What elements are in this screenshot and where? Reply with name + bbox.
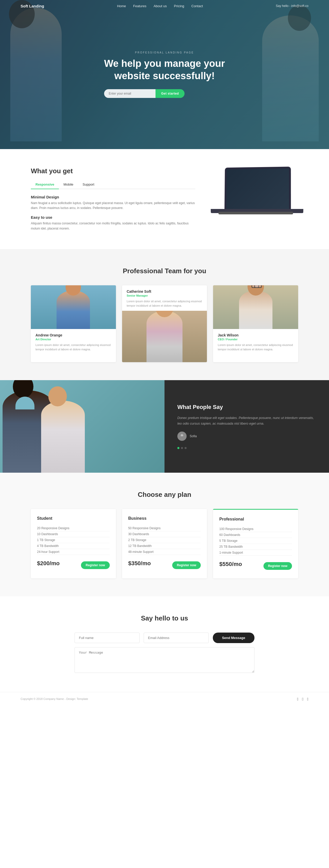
contact-heading: Say hello to us <box>31 614 298 622</box>
team-desc-2: Lorem ipsum dolor sit amet, consectetur … <box>127 299 203 308</box>
pricing-plan-business: Business <box>128 516 201 521</box>
feature-2-title: Easy to use <box>31 215 196 219</box>
feature-1: Minimal Design Nam feugiat a arcu sollic… <box>31 195 196 211</box>
pricing-btn-business[interactable]: Register now <box>172 561 201 569</box>
testimonial-section: What People Say Donec pretium tristique … <box>0 380 329 473</box>
feature-item: 50 Responsive Designs <box>128 525 201 531</box>
team-info-2-top: Catherine Soft Senior Manager Lorem ipsu… <box>122 285 207 311</box>
team-desc-1: Lorem ipsum dolor sit amet, consectetur … <box>35 343 111 352</box>
feature-item: 5 TB Storage <box>219 538 292 544</box>
contact-name-input[interactable] <box>74 632 140 643</box>
feature-item: 12 TB Bandwidth <box>128 543 201 549</box>
testimonial-dots <box>177 447 316 449</box>
hero-section: PROFESSIONAL LANDING PAGE We help you ma… <box>0 0 329 149</box>
team-info-1: Andrew Orange Art Director Lorem ipsum d… <box>31 329 116 356</box>
team-heading: Professional Team for you <box>31 267 298 275</box>
team-avatar-3 <box>213 285 298 329</box>
footer-social:    <box>297 697 308 701</box>
testimonial-author: Sofia <box>177 432 316 441</box>
laptop-illustration <box>211 167 298 229</box>
dot-2[interactable] <box>181 447 183 449</box>
feature-item: 2 TB Storage <box>128 537 201 543</box>
pricing-card-student: Student 20 Responsive Designs 10 Dashboa… <box>31 509 116 578</box>
tab-mobile[interactable]: Mobile <box>59 181 78 189</box>
contact-message-input[interactable] <box>74 647 255 673</box>
feature-item: 4 TB Bandwidth <box>37 543 110 549</box>
pricing-plan-professional: Professional <box>219 517 292 522</box>
nav-link-features[interactable]: Features <box>133 4 146 8</box>
contact-message-row <box>74 647 255 674</box>
feature-item: 100 Responsive Designs <box>219 526 292 532</box>
pricing-price-row-professional: $550/mo Register now <box>219 561 292 571</box>
hero-email-input[interactable] <box>104 89 155 98</box>
contact-email-input[interactable] <box>144 632 209 643</box>
contact-form: Send Message <box>74 632 255 674</box>
nav-logo[interactable]: Soft Landing <box>21 4 44 8</box>
what-tabs: Responsive Mobile Support <box>31 181 196 189</box>
footer: Copyright © 2018 Company Name - Design: … <box>0 692 329 706</box>
pricing-section: Choose any plan Student 20 Responsive De… <box>0 473 329 596</box>
team-avatar-2 <box>122 311 207 362</box>
pricing-btn-student[interactable]: Register now <box>81 561 110 569</box>
feature-item: 25 TB Bandwidth <box>219 544 292 550</box>
instagram-icon[interactable]:  <box>307 697 308 701</box>
contact-submit-button[interactable]: Send Message <box>213 632 255 643</box>
footer-copyright: Copyright © 2018 Company Name - Design: … <box>21 697 88 701</box>
nav-link-home[interactable]: Home <box>117 4 126 8</box>
feature-item: 30 Dashboards <box>128 531 201 537</box>
hero-content: PROFESSIONAL LANDING PAGE We help you ma… <box>104 51 225 98</box>
author-avatar <box>177 432 187 441</box>
tab-responsive[interactable]: Responsive <box>31 181 59 189</box>
feature-item: 60 Dashboards <box>219 532 292 538</box>
tab-support[interactable]: Support <box>78 181 99 189</box>
team-name-1: Andrew Orange <box>35 333 111 337</box>
testimonial-content: What People Say Donec pretium tristique … <box>164 380 329 473</box>
hero-cta-button[interactable]: Get started <box>155 89 184 98</box>
pricing-features-professional: 100 Responsive Designs 60 Dashboards 5 T… <box>219 526 292 556</box>
pricing-price-business: $350/mo <box>128 560 151 567</box>
testimonial-people-visual <box>0 380 164 473</box>
what-heading: What you get <box>31 167 196 175</box>
feature-1-desc: Nam feugiat a arcu sollicitudin luptus. … <box>31 201 196 211</box>
feature-item: 1 TB Storage <box>37 537 110 543</box>
team-card-1: Andrew Orange Art Director Lorem ipsum d… <box>31 285 116 362</box>
feature-item: 20 Responsive Designs <box>37 525 110 531</box>
pricing-heading: Choose any plan <box>31 491 298 499</box>
testimonial-quote: Donec pretium tristique elit eget sodale… <box>177 415 316 426</box>
team-avatar-1 <box>31 285 116 329</box>
nav-link-contact[interactable]: Contact <box>191 4 203 8</box>
pricing-btn-professional[interactable]: Register now <box>264 562 292 570</box>
hero-form: Get started <box>104 89 225 98</box>
team-section: Professional Team for you Andrew Orange … <box>0 249 329 380</box>
testimonial-heading: What People Say <box>177 404 316 410</box>
pricing-grid: Student 20 Responsive Designs 10 Dashboa… <box>31 509 298 578</box>
nav-links: Home Features About us Pricing Contact <box>117 4 203 8</box>
feature-2: Easy to use Aliquam finitus massa consec… <box>31 215 196 231</box>
feature-item: 24-hour Support <box>37 549 110 555</box>
team-card-2: Catherine Soft Senior Manager Lorem ipsu… <box>122 285 207 362</box>
what-right <box>211 167 298 229</box>
team-desc-3: Lorem ipsum dolor sit amet, consectetur … <box>218 343 294 352</box>
pricing-price-row-business: $350/mo Register now <box>128 560 201 570</box>
hero-heading: We help you manage your website successf… <box>104 58 225 82</box>
dot-1[interactable] <box>177 447 179 449</box>
nav-link-about[interactable]: About us <box>153 4 167 8</box>
pricing-plan-student: Student <box>37 516 110 521</box>
team-role-1: Art Director <box>35 338 111 341</box>
nav-link-pricing[interactable]: Pricing <box>174 4 184 8</box>
dot-3[interactable] <box>184 447 187 449</box>
pricing-card-business: Business 50 Responsive Designs 30 Dashbo… <box>122 509 207 578</box>
twitter-icon[interactable]:  <box>302 697 303 701</box>
what-left: What you get Responsive Mobile Support M… <box>31 167 196 231</box>
team-card-3: Jack Wilson CEO / Founder Lorem ipsum do… <box>213 285 298 362</box>
pricing-features-business: 50 Responsive Designs 30 Dashboards 2 TB… <box>128 525 201 555</box>
hero-subheading: PROFESSIONAL LANDING PAGE <box>104 51 225 54</box>
feature-item: 48-minute Support <box>128 549 201 555</box>
navigation: Soft Landing Home Features About us Pric… <box>0 0 329 12</box>
feature-1-title: Minimal Design <box>31 195 196 199</box>
facebook-icon[interactable]:  <box>297 697 298 701</box>
pricing-price-row-student: $200/mo Register now <box>37 560 110 570</box>
contact-section: Say hello to us Send Message <box>0 596 329 692</box>
feature-2-desc: Aliquam finitus massa consectetur, conse… <box>31 221 196 231</box>
team-name-2: Catherine Soft <box>127 289 203 293</box>
